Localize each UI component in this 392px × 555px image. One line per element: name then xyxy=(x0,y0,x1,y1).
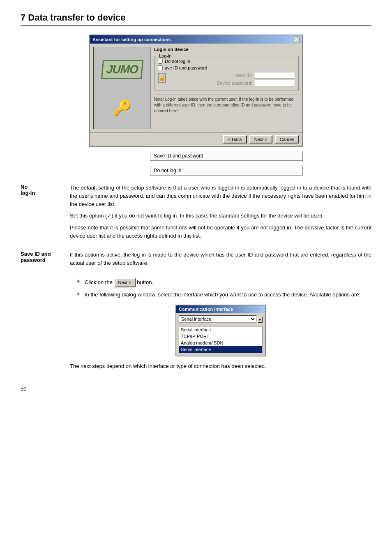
dialog-right-panel: Login on device Log-in Do not log in ave… xyxy=(154,47,299,129)
note-text: Note: Log-in takes place with the curren… xyxy=(154,95,299,114)
bullet-section: Click on the Next > button. In the follo… xyxy=(70,278,371,370)
dialog-body: JUMO 🔑 Login on device Log-in Do not log… xyxy=(90,44,302,132)
do-not-login-checkbox[interactable] xyxy=(158,59,163,64)
cancel-button[interactable]: Cancel xyxy=(275,135,299,143)
content-area: No log-in The default setting of the set… xyxy=(21,184,371,370)
key-icon: 🔑 xyxy=(113,99,131,116)
dropdown-arrow-btn[interactable]: ▼ xyxy=(257,317,263,323)
save-id-annotation: Save ID and password xyxy=(150,151,303,161)
page-title: 7 Data transfer to device xyxy=(21,12,371,26)
save-id-text: If this option is active, the log-in is … xyxy=(70,251,371,271)
dialog-footer: < Back Next > Cancel xyxy=(90,132,302,146)
lock-icon: 🔒 xyxy=(158,73,166,83)
dialog-titlebar: Assistant for setting up connections ✕ xyxy=(90,35,302,44)
save-id-section-label: Save ID and password xyxy=(21,251,62,271)
closing-text: The next steps depend on which interface… xyxy=(70,362,371,370)
save-id-checkbox[interactable] xyxy=(158,65,163,70)
save-id-label: ave ID and password xyxy=(165,65,207,70)
device-password-input[interactable] xyxy=(254,80,295,86)
device-password-label: Device password: xyxy=(215,81,252,86)
comm-interface-dialog: Communication interface Serial interface… xyxy=(175,305,266,356)
dialog-close-button[interactable]: ✕ xyxy=(293,37,300,42)
section-label: Login on device xyxy=(154,47,299,52)
no-login-text: The default setting of the setup softwar… xyxy=(70,184,371,243)
groupbox-title: Log-in xyxy=(158,53,173,58)
list-item-serial-1[interactable]: Serial interface xyxy=(179,326,262,333)
comm-dialog-title: Communication interface xyxy=(176,305,265,313)
save-id-section: Save ID and password If this option is a… xyxy=(21,251,371,271)
do-not-log-in-annotation: Do not log in xyxy=(150,166,303,176)
comm-interface-dropdown-list: Serial interface TCP/IP-PORT Analog mode… xyxy=(179,326,263,353)
comm-interface-select[interactable]: Serial interface TCP/IP-PORT Analog mode… xyxy=(179,315,256,323)
next-button[interactable]: Next > xyxy=(249,135,272,143)
do-not-login-label: Do not log in xyxy=(165,59,190,64)
jumo-logo: JUMO xyxy=(101,60,143,79)
device-password-field-row: Device password: xyxy=(169,80,295,86)
annotation-area: Save ID and password Do not log in xyxy=(21,151,371,176)
comm-dialog-body: Serial interface TCP/IP-PORT Analog mode… xyxy=(176,313,265,356)
instruction-item-1: Click on the Next > button. xyxy=(78,278,371,287)
instruction-list: Click on the Next > button. In the follo… xyxy=(70,278,371,299)
do-not-login-row: Do not log in xyxy=(158,59,295,64)
dialog-title: Assistant for setting up connections xyxy=(92,37,171,42)
login-groupbox: Log-in Do not log in ave ID and password… xyxy=(154,56,299,90)
page-number: 50 xyxy=(21,383,371,392)
save-id-row: ave ID and password xyxy=(158,65,295,70)
annotation-box: Save ID and password Do not log in xyxy=(89,151,303,176)
list-item-modem[interactable]: Analog modem/ISDN xyxy=(179,340,262,346)
dialog-left-panel: JUMO 🔑 xyxy=(93,47,151,129)
user-id-label: User ID: xyxy=(215,73,252,78)
back-button[interactable]: < Back xyxy=(223,135,247,143)
list-item-serial-2[interactable]: Serial interface xyxy=(179,346,262,353)
list-item-tcp[interactable]: TCP/IP-PORT xyxy=(179,333,262,340)
assistant-dialog: Assistant for setting up connections ✕ J… xyxy=(89,35,303,147)
no-login-label: No log-in xyxy=(21,184,62,243)
dialog-wrapper: Assistant for setting up connections ✕ J… xyxy=(21,35,371,147)
next-btn-inline: Next > xyxy=(114,278,136,287)
user-id-field-row: User ID: xyxy=(169,72,295,79)
no-login-section: No log-in The default setting of the set… xyxy=(21,184,371,243)
user-id-input[interactable] xyxy=(254,72,295,79)
instruction-item-2: In the following dialog window, select t… xyxy=(78,291,371,299)
